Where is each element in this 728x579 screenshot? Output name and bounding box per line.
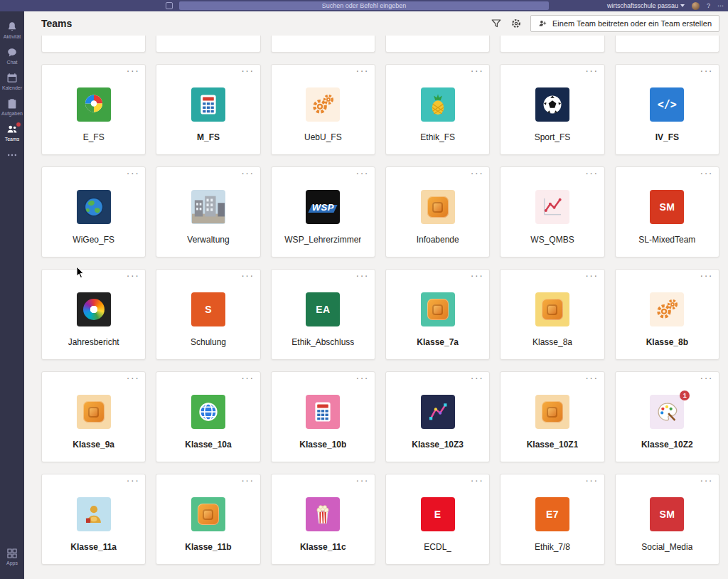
sidebar-item-calendar[interactable]: Kalender [0,68,24,94]
team-card-more-icon[interactable]: ··· [127,474,140,486]
titlebar-app-icon[interactable] [166,2,173,9]
help-icon[interactable]: ? [707,3,710,9]
team-card-more-icon[interactable]: ··· [127,65,140,76]
team-card[interactable]: ···SMSL-MixedTeam [615,166,719,257]
team-card-more-icon[interactable]: ··· [355,270,369,281]
letters-icon: E [421,497,455,531]
notification-badge [16,122,21,127]
org-switcher[interactable]: wirtschaftsschule passau [607,2,685,9]
sidebar-item-activity[interactable]: Aktivität [0,17,24,43]
team-avatar [421,395,455,429]
user-avatar[interactable] [692,2,700,10]
team-card[interactable]: ···Klasse_10a [156,371,260,462]
team-card[interactable]: ···EAEthik_Abschluss [271,269,375,360]
pineapple-icon [421,87,455,122]
team-name: Ethik_Abschluss [291,337,354,347]
team-card[interactable]: ···Infoabende [385,166,490,257]
team-card[interactable]: ···Klasse_10Z3 [385,371,490,462]
team-card[interactable]: ···WSPWSP_Lehrerzimmer [271,166,375,257]
join-or-create-team-button[interactable]: Einem Team beitreten oder ein Team erste… [530,15,719,32]
team-card-more-icon[interactable]: ··· [471,372,484,383]
team-card-more-icon[interactable]: ··· [700,65,713,76]
team-card[interactable]: ···Verwaltung [156,166,260,257]
team-card-more-icon[interactable]: ··· [700,167,713,179]
team-card[interactable]: ···SMSocial_Media [615,474,719,565]
team-card-more-icon[interactable]: ··· [700,474,713,486]
team-card-more-icon[interactable]: ··· [700,372,713,383]
team-card-more-icon[interactable]: ··· [471,474,484,486]
team-card[interactable]: ···Klasse_10Z1 [500,371,604,462]
team-card-more-icon[interactable]: ··· [355,372,369,383]
team-card[interactable]: ···EECDL_ [385,474,490,565]
team-card[interactable]: ···Klasse_8a [500,269,604,360]
team-card-more-icon[interactable]: ··· [241,167,255,179]
team-name: Klasse_11c [300,542,346,552]
team-card[interactable]: ···E_FS [41,64,146,155]
app-titlebar: wirtschaftsschule passau ? ⋯ [0,0,728,11]
team-card-more-icon[interactable]: ··· [585,167,599,179]
team-card[interactable]: ···Klasse_9a [41,371,146,462]
sidebar-item-chat[interactable]: Chat [0,43,24,68]
more-options-icon[interactable]: ⋯ [717,3,724,9]
team-card-more-icon[interactable]: ··· [471,270,484,281]
team-avatar [77,292,111,326]
filter-icon[interactable] [491,18,502,29]
team-avatar: E7 [535,497,569,531]
team-card[interactable]: ···Ethik_FS [385,64,490,155]
team-card[interactable]: ···WiGeo_FS [41,166,146,257]
team-card-more-icon[interactable]: ··· [585,474,599,486]
team-card-more-icon[interactable]: ··· [127,372,140,383]
team-card-partial[interactable] [615,36,719,53]
settings-gear-icon[interactable] [510,18,522,29]
team-card[interactable]: ···1Klasse_10Z2 [615,371,719,462]
team-card-more-icon[interactable]: ··· [585,270,599,281]
team-card-partial[interactable] [500,36,604,53]
notification-badge: 1 [680,391,690,400]
team-card[interactable]: ···Klasse_11c [271,474,375,565]
team-card-more-icon[interactable]: ··· [700,270,713,281]
team-card[interactable]: ···Sport_FS [500,64,604,155]
team-avatar: SM [650,190,684,224]
team-card-more-icon[interactable]: ··· [241,65,255,76]
team-avatar [535,87,569,122]
sidebar-item-assignments[interactable]: Aufgaben [0,94,24,119]
team-card-more-icon[interactable]: ··· [355,167,369,179]
team-card-partial[interactable] [271,36,375,53]
team-card[interactable]: ···E7Ethik_7/8 [500,474,604,565]
team-card-more-icon[interactable]: ··· [585,372,599,383]
team-card-more-icon[interactable]: ··· [241,372,255,383]
team-avatar: 1 [650,395,684,429]
team-card[interactable]: ···</>IV_FS [615,64,719,155]
team-card-partial[interactable] [385,36,490,53]
apps-grid-icon [6,548,18,559]
team-card[interactable]: ···Jahresbericht [41,269,146,360]
team-card[interactable]: ···Klasse_7a [385,269,490,360]
team-card-more-icon[interactable]: ··· [241,474,255,486]
letters-icon: S [191,292,225,326]
team-card-more-icon[interactable]: ··· [471,65,484,76]
team-card[interactable]: ···UebU_FS [271,64,375,155]
sidebar-item-teams[interactable]: Teams [0,119,24,145]
team-card[interactable]: ···WS_QMBS [500,166,604,257]
team-card-more-icon[interactable]: ··· [127,167,140,179]
team-card-more-icon[interactable]: ··· [585,65,599,76]
sidebar-item-more[interactable] [0,145,24,164]
join-button-label: Einem Team beitreten oder ein Team erste… [552,19,712,28]
team-card-partial[interactable] [156,36,260,53]
calc-icon [306,395,340,429]
team-card[interactable]: ···Klasse_11a [41,474,146,565]
team-avatar [421,292,455,326]
team-card-more-icon[interactable]: ··· [241,270,255,281]
team-card-more-icon[interactable]: ··· [355,65,369,76]
team-card-more-icon[interactable]: ··· [355,474,369,486]
team-card-more-icon[interactable]: ··· [127,270,140,281]
team-card[interactable]: ···Klasse_11b [156,474,260,565]
team-card[interactable]: ···Klasse_10b [271,371,375,462]
team-card-more-icon[interactable]: ··· [471,167,484,179]
team-card[interactable]: ···Klasse_8b [615,269,719,360]
team-card-partial[interactable] [41,36,146,53]
search-input[interactable] [179,1,549,10]
sidebar-item-apps[interactable]: Apps [0,543,24,569]
team-card[interactable]: ···M_FS [156,64,260,155]
team-card[interactable]: ···SSchulung [156,269,260,360]
